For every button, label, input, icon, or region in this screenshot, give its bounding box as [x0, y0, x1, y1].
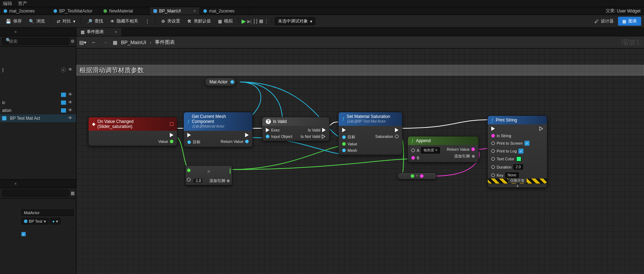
exec-out-pin[interactable] [395, 128, 399, 132]
output-pin[interactable] [471, 148, 475, 151]
gear-icon[interactable]: ⚙ [71, 39, 75, 44]
input-pin[interactable] [411, 156, 415, 160]
pin-default-value[interactable]: -1.0 [193, 179, 202, 183]
output-pin[interactable] [245, 140, 249, 143]
input-pin[interactable] [187, 178, 191, 181]
breadcrumb-asset[interactable]: BP_MainUI [121, 40, 146, 45]
eye-icon[interactable]: 👁 [68, 100, 74, 105]
eye-icon[interactable]: 👁 [68, 115, 74, 121]
function-node[interactable]: ƒ Set Material Saturation目标是BP Test Mat … [338, 112, 402, 155]
output-pin[interactable] [170, 140, 173, 143]
add-icon[interactable]: + [61, 67, 66, 72]
asset-tab[interactable]: mat_2scenes [200, 7, 250, 15]
input-pin[interactable] [491, 157, 495, 161]
asset-tab[interactable]: BP_TestMatActor [50, 7, 100, 15]
variable-name-field[interactable]: MatActor [21, 210, 74, 216]
input-pin[interactable] [342, 149, 346, 152]
input-pin[interactable] [342, 135, 346, 139]
tree-row[interactable]: ation 👁 [0, 107, 76, 114]
pin-default-value[interactable]: 饱和度 = [421, 147, 440, 154]
print-string-node[interactable]: ƒPrint String In String Print to Screen … [487, 115, 547, 188]
tree-row[interactable]: 👁 [0, 91, 76, 99]
exec-out-pin[interactable] [245, 133, 249, 137]
output-pin[interactable] [230, 168, 230, 174]
class-defaults-button[interactable]: 🛠类默认值 [184, 17, 214, 26]
graph-button[interactable]: ▦图表 [618, 17, 641, 26]
class-settings-button[interactable]: ⚙类设置 [158, 17, 183, 26]
event-node[interactable]: ◆On Value Changed (Slider_saturation) Va… [88, 117, 177, 146]
delegate-pin[interactable] [170, 122, 173, 126]
tree-row-selected[interactable]: BP Test Mat Act 👁 [0, 114, 76, 122]
container-type-dropdown[interactable]: ● ▾ [50, 218, 61, 224]
exec-out-pin[interactable] [170, 133, 173, 137]
function-node[interactable]: ƒ Get Current Mesh Component目标是Material … [183, 112, 253, 147]
stop-icon[interactable] [259, 20, 263, 23]
input-pin[interactable] [491, 149, 495, 153]
input-pin[interactable] [187, 140, 191, 144]
input-pin[interactable] [266, 135, 269, 138]
input-pin[interactable] [491, 141, 495, 145]
output-pin[interactable] [395, 135, 399, 138]
menu-icon[interactable]: ▤▾ [79, 40, 86, 45]
play-button[interactable]: ▶ [242, 18, 246, 25]
step-icon[interactable]: ▶| [247, 19, 252, 24]
more-icon[interactable]: ⋮ [142, 17, 152, 25]
input-pin[interactable] [411, 149, 415, 152]
grid-icon[interactable]: ▦ [71, 191, 75, 196]
exec-in-pin[interactable] [491, 126, 495, 131]
save-button[interactable]: 💾保存 [3, 17, 25, 26]
exec-out-pin[interactable] [540, 126, 543, 131]
close-icon[interactable]: × [115, 30, 117, 35]
eye-icon[interactable]: 👁 [68, 67, 74, 73]
exec-in-pin[interactable] [187, 133, 191, 137]
multiply-node[interactable]: × -1.0 添加引脚 ⊕ [185, 165, 232, 185]
output-pin[interactable] [420, 174, 424, 178]
eye-icon[interactable]: 👁 [68, 108, 74, 113]
exec-out-pin[interactable] [322, 134, 326, 139]
color-swatch[interactable] [516, 156, 521, 161]
search-input[interactable] [2, 38, 69, 45]
tree-row[interactable]: ) + 👁 [0, 66, 76, 74]
browse-button[interactable]: 🔍浏览 [26, 17, 48, 26]
nav-back-icon[interactable]: ← [90, 40, 98, 45]
input-pin[interactable] [491, 134, 495, 138]
diff-button[interactable]: ⇄对比▾ [54, 17, 78, 26]
menu-item[interactable]: 资产 [18, 0, 27, 7]
input-pin[interactable] [491, 165, 495, 169]
exec-in-pin[interactable] [266, 128, 269, 132]
find-button[interactable]: 🔎查找 [84, 17, 106, 26]
exec-in-pin[interactable] [342, 128, 346, 132]
close-icon[interactable]: × [14, 181, 17, 186]
breadcrumb-graph[interactable]: 事件图表 [155, 39, 175, 46]
asset-tab[interactable]: mat_2scenes [0, 7, 50, 15]
output-pin[interactable] [230, 80, 234, 84]
checkbox[interactable]: ✓ [21, 232, 26, 236]
variable-get-node[interactable]: Mat Actor [205, 78, 236, 86]
input-pin[interactable] [342, 142, 346, 146]
close-icon[interactable]: × [14, 30, 17, 35]
input-pin[interactable] [411, 174, 414, 178]
close-icon[interactable]: × [193, 9, 196, 14]
debug-target-dropdown[interactable]: 未选中调试对象 ▾ [275, 17, 315, 25]
add-pin-icon[interactable]: ⊕ [472, 154, 475, 159]
exec-out-pin[interactable] [322, 128, 326, 132]
details-search-input[interactable] [2, 190, 69, 197]
graph-tab[interactable]: ▦ 事件图表 × [76, 28, 121, 36]
more-icon[interactable]: ⋮ [264, 19, 269, 24]
pin-default-value[interactable]: 2.0 [513, 164, 523, 170]
asset-tab[interactable]: NewMaterial [100, 7, 150, 15]
append-node[interactable]: ƒAppend A 饱和度 = B Return Value 添加引脚 ⊕ [407, 136, 479, 162]
comment-node[interactable]: 根据滑动调节材质参数 [76, 65, 644, 76]
variable-type-dropdown[interactable]: BP Test ▾ [21, 218, 49, 224]
hide-unrelated-button[interactable]: 👁隐藏不相关 [107, 17, 141, 26]
pause-icon[interactable]: ┃┃ [253, 19, 258, 24]
add-pin-button[interactable]: 添加引脚 ⊕ [209, 178, 230, 183]
nav-fwd-icon[interactable]: → [101, 40, 109, 45]
eye-icon[interactable]: 👁 [68, 92, 74, 98]
graph-canvas[interactable]: 根据滑动调节材质参数 [76, 48, 644, 274]
parent-class-link[interactable]: User Widget [617, 9, 640, 14]
menu-item[interactable]: 编辑 [3, 0, 12, 7]
collapse-icon[interactable]: ▴ [488, 183, 547, 187]
asset-tab-active[interactable]: BP_MainUI× [150, 7, 200, 15]
reroute-node[interactable]: • [397, 172, 437, 180]
